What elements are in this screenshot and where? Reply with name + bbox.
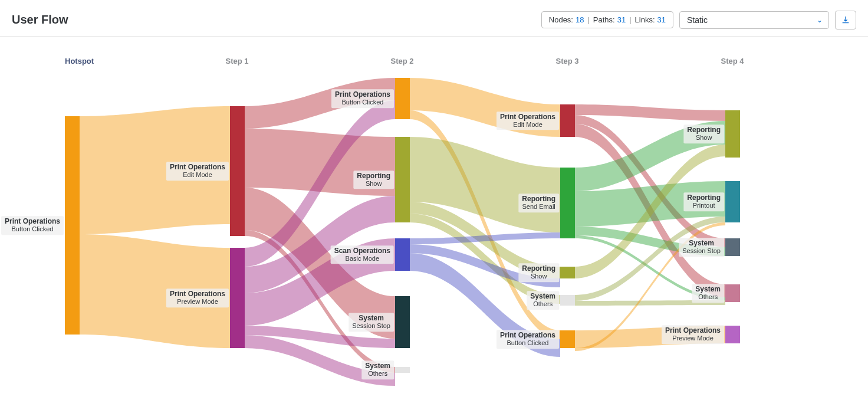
sankey-node[interactable] xyxy=(560,168,575,238)
sankey-node[interactable] xyxy=(65,116,80,335)
sankey-node[interactable] xyxy=(560,330,575,348)
mode-select[interactable]: Static ⌄ xyxy=(679,11,829,29)
sankey-link[interactable] xyxy=(80,234,230,348)
sankey-node[interactable] xyxy=(395,238,410,271)
sankey-node[interactable] xyxy=(725,284,740,302)
nodes-label: Nodes: xyxy=(549,15,573,24)
sankey-node[interactable] xyxy=(725,110,740,158)
sankey-link[interactable] xyxy=(80,106,230,234)
stats-badge: Nodes: 18 | Paths: 31 | Links: 31 xyxy=(541,11,673,28)
sankey-chart: HotspotStep 1Step 2Step 3Step 4 Print Op… xyxy=(0,37,868,400)
paths-label: Paths: xyxy=(593,15,615,24)
nodes-count: 18 xyxy=(576,15,584,24)
sankey-node[interactable] xyxy=(560,267,575,278)
toolbar: Nodes: 18 | Paths: 31 | Links: 31 Static… xyxy=(541,11,856,29)
download-button[interactable] xyxy=(835,11,856,29)
sankey-link[interactable] xyxy=(575,300,725,306)
sankey-node[interactable] xyxy=(230,248,245,348)
sankey-link[interactable] xyxy=(575,104,725,121)
download-icon xyxy=(841,15,850,25)
sankey-node[interactable] xyxy=(560,295,575,306)
chevron-down-icon: ⌄ xyxy=(817,16,823,24)
page-title: User Flow xyxy=(12,13,68,27)
sankey-node[interactable] xyxy=(395,296,410,348)
links-label: Links: xyxy=(635,15,655,24)
sankey-node[interactable] xyxy=(395,78,410,119)
mode-selected-label: Static xyxy=(687,15,708,25)
sankey-node[interactable] xyxy=(560,104,575,137)
sankey-node[interactable] xyxy=(725,181,740,222)
sankey-node[interactable] xyxy=(725,326,740,343)
header: User Flow Nodes: 18 | Paths: 31 | Links:… xyxy=(0,0,868,37)
sankey-node[interactable] xyxy=(395,367,410,373)
paths-count: 31 xyxy=(617,15,626,24)
links-count: 31 xyxy=(657,15,666,24)
sankey-node[interactable] xyxy=(230,106,245,236)
sankey-node[interactable] xyxy=(725,238,740,256)
sankey-node[interactable] xyxy=(395,137,410,222)
